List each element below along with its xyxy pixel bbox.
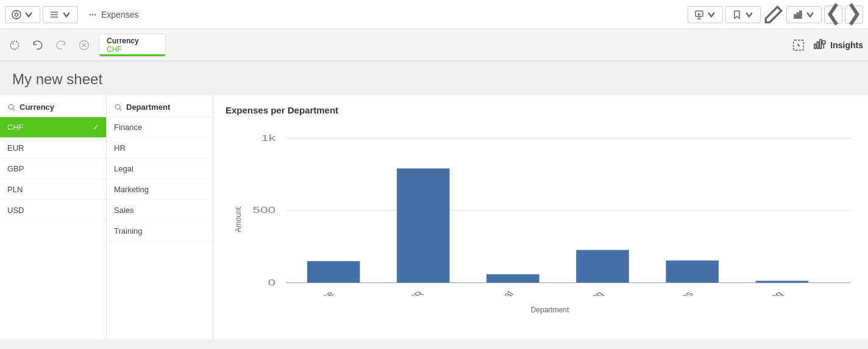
svg-line-18 [13, 43, 14, 44]
chevron-down-icon-2 [62, 10, 71, 20]
department-item-finance[interactable]: Finance [107, 117, 213, 138]
department-item-label: Finance [114, 123, 142, 132]
svg-point-7 [90, 13, 91, 15]
svg-line-23 [797, 44, 800, 46]
app-title: Expenses [88, 10, 138, 20]
bookmark-button[interactable] [725, 6, 761, 23]
svg-point-1 [15, 13, 18, 16]
bar-legal [486, 274, 539, 282]
edit-button[interactable] [763, 4, 784, 25]
app-menu-button[interactable] [5, 6, 40, 23]
filter-tools [5, 35, 94, 55]
currency-panel: Currency CHF✓EURGBPPLNUSD [0, 95, 107, 339]
main-content: Currency CHF✓EURGBPPLNUSD Department Fin… [0, 95, 868, 339]
filter-chip-label: Currency [107, 37, 158, 45]
svg-rect-24 [814, 44, 816, 48]
toolbar-left: Expenses [5, 6, 138, 23]
currency-filter-chip[interactable]: Currency CHF [99, 34, 166, 57]
chart-button[interactable] [786, 6, 822, 23]
nav-back-button[interactable] [824, 5, 842, 24]
app-name-label: Expenses [101, 10, 138, 20]
back-selection-button[interactable] [28, 35, 48, 55]
insights-button[interactable]: Insights [813, 38, 863, 52]
svg-point-27 [822, 40, 826, 44]
svg-text:Marketing: Marketing [561, 290, 606, 296]
svg-point-17 [10, 41, 18, 49]
currency-item-usd[interactable]: USD [0, 200, 106, 221]
department-panel: Department FinanceHRLegalMarketingSalesT… [107, 95, 213, 339]
top-toolbar: Expenses [0, 0, 868, 29]
department-item-label: Legal [114, 164, 133, 173]
selection-mode-button[interactable] [5, 35, 24, 55]
chart-container: Amount 1k 500 0 [226, 125, 856, 314]
filter-bar-right: Insights [789, 35, 863, 55]
svg-point-9 [94, 13, 96, 15]
chevron-down-icon [24, 10, 34, 20]
department-item-label: HR [114, 143, 126, 153]
svg-rect-14 [794, 15, 796, 18]
toolbar-right [688, 4, 863, 25]
x-axis-label: Department [244, 306, 856, 314]
currency-list: CHF✓EURGBPPLNUSD [0, 117, 106, 221]
currency-panel-header: Currency [0, 95, 106, 117]
lasso-select-icon [9, 39, 21, 51]
forward-selection-button[interactable] [51, 35, 71, 55]
chevron-down-icon-5 [805, 10, 815, 20]
filter-chip-value: CHF [107, 45, 158, 54]
currency-item-label: PLN [7, 185, 23, 194]
svg-text:1k: 1k [261, 133, 276, 143]
currency-item-pln[interactable]: PLN [0, 179, 106, 200]
search-icon [7, 103, 16, 112]
svg-point-29 [9, 104, 13, 109]
department-item-label: Marketing [114, 185, 149, 194]
smart-search-button[interactable] [789, 35, 808, 55]
check-icon: ✓ [93, 123, 99, 132]
currency-item-chf[interactable]: CHF✓ [0, 117, 106, 138]
svg-text:0: 0 [268, 278, 276, 287]
insights-label: Insights [830, 40, 863, 50]
sheet-title: My new sheet [12, 71, 856, 88]
currency-item-label: USD [7, 206, 24, 215]
svg-line-30 [13, 109, 15, 110]
present-button[interactable] [688, 6, 723, 23]
chart-title: Expenses per Department [226, 105, 856, 115]
svg-text:HR: HR [405, 290, 426, 296]
filter-bar: Currency CHF Insights [0, 29, 868, 61]
department-item-legal[interactable]: Legal [107, 159, 213, 179]
bar-finance [307, 261, 360, 283]
svg-text:Sales: Sales [666, 290, 695, 296]
nav-forward-button[interactable] [845, 5, 863, 24]
bar-hr [397, 168, 450, 282]
insights-icon [813, 38, 827, 52]
department-item-sales[interactable]: Sales [107, 200, 213, 221]
svg-text:Finance: Finance [299, 290, 336, 296]
y-axis-label: Amount [234, 207, 243, 232]
svg-text:Legal: Legal [487, 290, 516, 296]
clear-selection-button[interactable] [74, 35, 94, 55]
lasso-icon [792, 38, 805, 52]
search-icon-2 [114, 103, 123, 112]
list-view-button[interactable] [43, 6, 78, 23]
compass-icon [12, 10, 21, 20]
currency-item-label: CHF [7, 123, 24, 132]
svg-point-31 [115, 104, 120, 109]
bar-chart-icon [793, 10, 803, 20]
currency-item-eur[interactable]: EUR [0, 138, 106, 159]
svg-marker-13 [698, 13, 701, 16]
sheet-title-bar: My new sheet [0, 61, 868, 95]
svg-rect-15 [797, 13, 799, 18]
svg-rect-26 [820, 39, 822, 48]
department-item-training[interactable]: Training [107, 221, 213, 242]
pencil-icon [763, 4, 784, 25]
bar-chart-svg: 1k 500 0 Finance HR Legal [244, 125, 856, 296]
chart-panel: Expenses per Department Amount 1k 500 0 [213, 95, 868, 339]
department-list: FinanceHRLegalMarketingSalesTraining [107, 117, 213, 242]
svg-text:500: 500 [252, 206, 276, 215]
currency-item-gbp[interactable]: GBP [0, 159, 106, 179]
chevron-down-icon-4 [744, 10, 754, 20]
undo-icon [32, 39, 44, 51]
redo-icon [55, 39, 67, 51]
department-item-marketing[interactable]: Marketing [107, 179, 213, 200]
department-item-hr[interactable]: HR [107, 138, 213, 159]
currency-header-label: Currency [20, 103, 54, 112]
